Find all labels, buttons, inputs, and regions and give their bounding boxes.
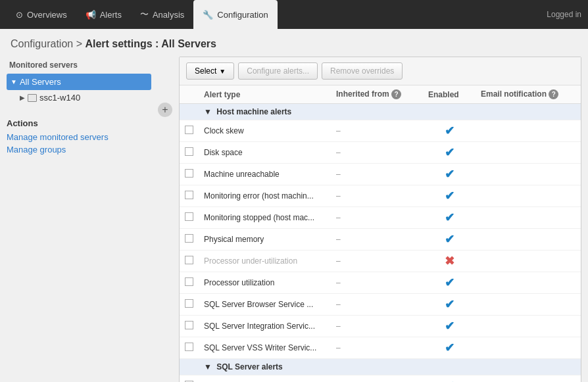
enabled-check-icon: ✔ bbox=[445, 168, 454, 181]
select-button[interactable]: Select ▼ bbox=[186, 62, 234, 80]
table-row: Processor utilization – ✔ bbox=[180, 272, 581, 294]
enabled-cell: ✔ bbox=[423, 375, 476, 383]
alert-table: Alert type Inherited from ? Enabled Emai… bbox=[180, 85, 581, 382]
row-checkbox[interactable] bbox=[185, 126, 193, 134]
nav-alerts[interactable]: 📢 Alerts bbox=[76, 0, 131, 29]
content-area: Select ▼ Configure alerts... Remove over… bbox=[179, 57, 581, 382]
inherited-value: – bbox=[331, 316, 423, 337]
inherited-value: – bbox=[331, 294, 423, 316]
row-checkbox[interactable] bbox=[185, 321, 193, 329]
email-value bbox=[476, 294, 581, 316]
inherited-value: – bbox=[331, 272, 423, 294]
enabled-cell: ✔ bbox=[423, 185, 476, 207]
col-alert-type: Alert type bbox=[199, 85, 331, 104]
alert-name: Machine unreachable bbox=[199, 164, 331, 185]
enabled-cell: ✔ bbox=[423, 207, 476, 229]
inherited-help-icon[interactable]: ? bbox=[391, 89, 401, 99]
toolbar: Select ▼ Configure alerts... Remove over… bbox=[180, 57, 581, 85]
analysis-icon: 〜 bbox=[140, 9, 149, 20]
enabled-check-icon: ✔ bbox=[445, 189, 454, 203]
enabled-cell: ✔ bbox=[423, 120, 476, 142]
inherited-value: – bbox=[331, 164, 423, 185]
table-row: Processor under-utilization – ✖ bbox=[180, 251, 581, 272]
enabled-cell: ✔ bbox=[423, 316, 476, 337]
configure-alerts-label: Configure alerts... bbox=[247, 66, 309, 76]
table-row: Monitoring error (host machin... – ✔ bbox=[180, 185, 581, 207]
nav-configuration-label: Configuration bbox=[217, 10, 268, 20]
enabled-check-icon: ✔ bbox=[445, 341, 454, 354]
row-checkbox[interactable] bbox=[185, 169, 193, 178]
inherited-value: – bbox=[331, 207, 423, 229]
remove-overrides-label: Remove overrides bbox=[330, 66, 394, 76]
nav-analysis[interactable]: 〜 Analysis bbox=[131, 0, 193, 29]
sidebar: Monitored servers ▼ All Servers ▶ ssc1-w… bbox=[7, 57, 151, 382]
inherited-value: – bbox=[331, 142, 423, 164]
nav-configuration[interactable]: 🔧 Configuration bbox=[193, 0, 277, 29]
manage-groups-link[interactable]: Manage groups bbox=[7, 143, 151, 156]
enabled-cell: ✖ bbox=[423, 251, 476, 272]
alert-name: Disk space bbox=[199, 142, 331, 164]
enabled-cell: ✔ bbox=[423, 164, 476, 185]
manage-monitored-servers-link[interactable]: Manage monitored servers bbox=[7, 131, 151, 143]
enabled-cell: ✔ bbox=[423, 272, 476, 294]
row-checkbox[interactable] bbox=[185, 234, 193, 243]
enabled-cell: ✔ bbox=[423, 142, 476, 164]
enabled-check-icon: ✔ bbox=[445, 146, 454, 159]
group-triangle-icon: ▼ bbox=[204, 107, 212, 116]
breadcrumb-title: Alert settings : All Servers bbox=[85, 38, 216, 49]
alert-icon: 📢 bbox=[86, 10, 96, 20]
email-value bbox=[476, 229, 581, 251]
monitor-icon: ⊙ bbox=[16, 10, 23, 20]
configure-alerts-button[interactable]: Configure alerts... bbox=[238, 62, 318, 80]
alert-name: Monitoring stopped (host mac... bbox=[199, 207, 331, 229]
remove-overrides-button[interactable]: Remove overrides bbox=[322, 62, 403, 80]
col-email-notification: Email notification ? bbox=[476, 85, 581, 104]
enabled-cell: ✔ bbox=[423, 229, 476, 251]
table-row: SQL Server VSS Writer Servic... – ✔ bbox=[180, 337, 581, 359]
row-checkbox[interactable] bbox=[185, 277, 193, 286]
col-enabled: Enabled bbox=[423, 85, 476, 104]
table-row: Backup overdue – ✔ bbox=[180, 375, 581, 383]
sidebar-item-all-servers[interactable]: ▼ All Servers bbox=[7, 74, 151, 90]
all-servers-label: All Servers bbox=[20, 77, 61, 87]
alert-name: SQL Server VSS Writer Servic... bbox=[199, 337, 331, 359]
enabled-check-icon: ✔ bbox=[445, 320, 454, 333]
ssc1-label: ssc1-w140 bbox=[39, 93, 80, 103]
email-value bbox=[476, 185, 581, 207]
email-value bbox=[476, 207, 581, 229]
add-button[interactable]: + bbox=[158, 103, 172, 117]
table-row: Clock skew – ✔ bbox=[180, 120, 581, 142]
breadcrumb-prefix: Configuration bbox=[11, 38, 73, 49]
col-checkbox bbox=[180, 85, 199, 104]
server-icon bbox=[28, 94, 37, 102]
row-checkbox[interactable] bbox=[185, 256, 193, 264]
nav-overviews[interactable]: ⊙ Overviews bbox=[7, 0, 76, 29]
row-checkbox[interactable] bbox=[185, 212, 193, 221]
row-checkbox[interactable] bbox=[185, 191, 193, 199]
table-row: Disk space – ✔ bbox=[180, 142, 581, 164]
row-checkbox[interactable] bbox=[185, 147, 193, 156]
email-help-icon[interactable]: ? bbox=[549, 89, 558, 99]
nav-alerts-label: Alerts bbox=[100, 10, 122, 20]
config-icon: 🔧 bbox=[203, 10, 213, 20]
alert-name: Backup overdue bbox=[199, 375, 331, 383]
dropdown-arrow-icon: ▼ bbox=[219, 68, 226, 75]
group-header: ▼ SQL Server alerts bbox=[180, 359, 581, 375]
table-row: SQL Server Integration Servic... – ✔ bbox=[180, 316, 581, 337]
nav-overviews-label: Overviews bbox=[27, 10, 67, 20]
alert-name: Processor under-utilization bbox=[199, 251, 331, 272]
row-checkbox[interactable] bbox=[185, 299, 193, 308]
top-nav: ⊙ Overviews 📢 Alerts 〜 Analysis 🔧 Config… bbox=[0, 0, 588, 29]
enabled-check-icon: ✔ bbox=[445, 233, 454, 246]
enabled-check-icon: ✔ bbox=[445, 211, 454, 224]
main-layout: Monitored servers ▼ All Servers ▶ ssc1-w… bbox=[0, 57, 588, 382]
enabled-check-icon: ✔ bbox=[445, 298, 454, 311]
email-value bbox=[476, 164, 581, 185]
group-label: Host machine alerts bbox=[216, 107, 291, 116]
table-row: Machine unreachable – ✔ bbox=[180, 164, 581, 185]
sidebar-item-ssc1[interactable]: ▶ ssc1-w140 bbox=[7, 90, 151, 105]
row-checkbox[interactable] bbox=[185, 343, 193, 351]
email-value bbox=[476, 316, 581, 337]
inherited-value: – bbox=[331, 337, 423, 359]
enabled-cell: ✔ bbox=[423, 337, 476, 359]
